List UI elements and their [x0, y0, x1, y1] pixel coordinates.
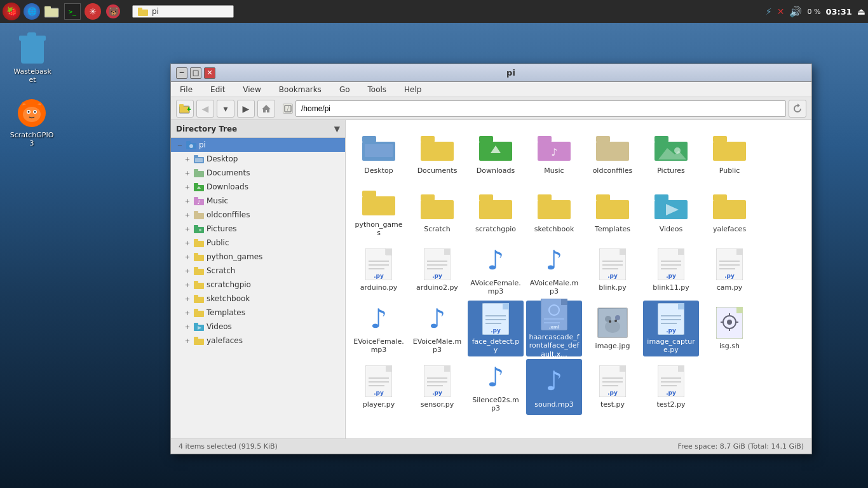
file-item-public[interactable]: Public	[702, 125, 757, 181]
sidebar-item-music[interactable]: + ♪ Music	[171, 194, 345, 208]
file-item-face-detect-py[interactable]: .py face_detect.py	[468, 301, 524, 356]
file-item-sketchbook[interactable]: sketchbook	[526, 184, 582, 240]
expand-icon[interactable]: −	[176, 142, 184, 149]
svg-rect-76	[421, 200, 454, 219]
address-bar[interactable]	[295, 100, 786, 117]
menu-bookmarks[interactable]: Bookmarks	[275, 84, 325, 95]
maximize-button[interactable]: □	[190, 67, 201, 79]
sidebar-item-pi-label: pi	[199, 140, 206, 149]
scratchgpio-desktop-icon[interactable]: ScratchGPIO3	[6, 94, 57, 150]
file-item-scratch[interactable]: Scratch	[409, 184, 465, 240]
menu-help[interactable]: Help	[400, 84, 425, 95]
sidebar-item-yalefaces[interactable]: + yalefaces	[171, 334, 345, 348]
file-grid-scroll[interactable]: Desktop Documents	[346, 120, 811, 438]
file-item-videos[interactable]: Videos	[643, 184, 699, 240]
sidebar-item-desktop[interactable]: + Desktop	[171, 152, 345, 166]
minimize-button[interactable]: −	[176, 67, 187, 79]
sidebar-item-pictures[interactable]: + Pictures	[171, 222, 345, 236]
image-jpg-label: image.jpg	[595, 342, 630, 350]
new-folder-button[interactable]	[176, 100, 194, 118]
forward-button[interactable]: ▶	[237, 100, 255, 118]
file-item-scratchgpio[interactable]: scratchgpio	[468, 184, 524, 240]
file-item-avoicefemale-mp3[interactable]: ♪ AVoiceFemale.mp3	[468, 242, 524, 298]
scratch-folder-icon-large	[421, 193, 454, 219]
taskbar-address[interactable]: pi	[132, 5, 234, 18]
file-item-documents[interactable]: Documents	[409, 125, 465, 181]
avoicefemale-mp3-icon: ♪	[480, 245, 511, 276]
yalefaces-folder-icon	[194, 336, 204, 345]
menu-view[interactable]: View	[239, 84, 264, 95]
file-item-sound-mp3[interactable]: ♪ sound.mp3	[526, 359, 582, 415]
dropdown-button[interactable]: ▾	[217, 100, 234, 118]
file-item-downloads[interactable]: Downloads	[468, 125, 524, 181]
file-item-arduino2-py[interactable]: .py arduino2.py	[409, 242, 465, 298]
sidebar-collapse-button[interactable]: ▼	[334, 125, 340, 133]
file-item-isg-sh[interactable]: isg.sh	[702, 301, 757, 356]
file-item-templates[interactable]: Templates	[585, 184, 641, 240]
antivirus-icon[interactable]: 🐻	[104, 3, 122, 20]
pictures-folder-icon-large	[654, 134, 688, 161]
status-bar: 4 items selected (919.5 KiB) Free space:…	[171, 438, 811, 454]
file-item-blink-py[interactable]: .py blink.py	[585, 242, 641, 298]
sidebar-item-public[interactable]: + Public	[171, 236, 345, 250]
file-item-haarcascade[interactable]: .xml haarcascade_frontalface_default.x..…	[526, 301, 582, 356]
svg-rect-23	[194, 155, 198, 158]
sidebar-item-sketchbook[interactable]: + sketchbook	[171, 292, 345, 306]
videos-file-label: Videos	[660, 225, 683, 233]
file-item-python-games[interactable]: python_games	[351, 184, 407, 240]
scratchgpio-label: ScratchGPIO3	[9, 131, 55, 147]
menu-edit[interactable]: Edit	[207, 84, 229, 95]
file-item-pictures[interactable]: Pictures	[643, 125, 699, 181]
downloads-folder-icon	[194, 182, 204, 191]
file-item-cam-py[interactable]: .py cam.py	[702, 242, 757, 298]
file-item-evoicemale-mp3[interactable]: ♪ EVoiceMale.mp3	[409, 301, 465, 356]
file-item-silence02s-mp3[interactable]: ♪ Silence02s.mp3	[468, 359, 524, 415]
file-item-test-py[interactable]: .py test.py	[585, 359, 641, 415]
file-item-yalefaces[interactable]: yalefaces	[702, 184, 757, 240]
sidebar-item-python-games[interactable]: + python_games	[171, 250, 345, 264]
file-item-player-py[interactable]: .py player.py	[351, 359, 407, 415]
file-item-test2-py[interactable]: .py test2.py	[643, 359, 699, 415]
sidebar-item-scratch[interactable]: + Scratch	[171, 264, 345, 278]
svg-text:.py: .py	[607, 390, 618, 396]
file-item-image-jpg[interactable]: image.jpg	[585, 301, 641, 356]
sidebar-item-oldconffiles[interactable]: + oldconffiles	[171, 208, 345, 222]
menu-bar: File Edit View Bookmarks Go Tools Help	[171, 82, 811, 97]
reload-button[interactable]	[789, 100, 806, 118]
svg-rect-33	[194, 213, 204, 219]
file-item-arduino-py[interactable]: .py arduino.py	[351, 242, 407, 298]
sidebar-item-templates[interactable]: + Templates	[171, 306, 345, 320]
sidebar-item-downloads[interactable]: + Downloads	[171, 180, 345, 194]
file-item-oldconffiles[interactable]: oldconffiles	[585, 125, 641, 181]
menu-go[interactable]: Go	[336, 84, 354, 95]
wastebasket-desktop-icon[interactable]: Wastebasket	[10, 30, 55, 86]
file-manager-taskbar-icon[interactable]	[43, 3, 61, 20]
videos-folder-icon-large	[654, 193, 688, 219]
sidebar-item-scratchgpio[interactable]: + scratchgpio	[171, 278, 345, 292]
terminal-icon[interactable]: >_	[64, 3, 81, 20]
cam-py-icon: .py	[716, 248, 743, 280]
file-item-sensor-py[interactable]: .py sensor.py	[409, 359, 465, 415]
silence02s-mp3-label: Silence02s.mp3	[470, 396, 521, 412]
file-item-blink11-py[interactable]: .py blink11.py	[643, 242, 699, 298]
close-button[interactable]: ✕	[204, 67, 215, 79]
menu-file[interactable]: File	[176, 84, 196, 95]
wolfram-icon[interactable]: ✳	[84, 3, 102, 20]
menu-tools[interactable]: Tools	[364, 84, 391, 95]
file-item-avoicemale-mp3[interactable]: ♪ AVoiceMale.mp3	[526, 242, 582, 298]
sidebar-item-pi[interactable]: − pi	[171, 138, 345, 152]
sidebar-item-documents[interactable]: + Documents	[171, 166, 345, 180]
address-input[interactable]	[301, 104, 780, 113]
sidebar-item-videos[interactable]: + Videos	[171, 320, 345, 334]
home-button[interactable]	[257, 100, 275, 118]
raspberry-pi-icon[interactable]: 🍓	[3, 3, 20, 20]
file-item-desktop[interactable]: Desktop	[351, 125, 407, 181]
file-item-evoicefemale-mp3[interactable]: ♪ EVoiceFemale.mp3	[351, 301, 407, 356]
file-item-music[interactable]: ♪ Music	[526, 125, 582, 181]
svg-rect-72	[713, 142, 746, 161]
svg-rect-67	[596, 136, 610, 142]
file-item-image-capture-py[interactable]: .py image_capture.py	[643, 301, 699, 356]
svg-rect-54	[194, 337, 198, 339]
back-button[interactable]: ◀	[196, 100, 214, 118]
browser-icon[interactable]: 🌐	[23, 3, 41, 20]
